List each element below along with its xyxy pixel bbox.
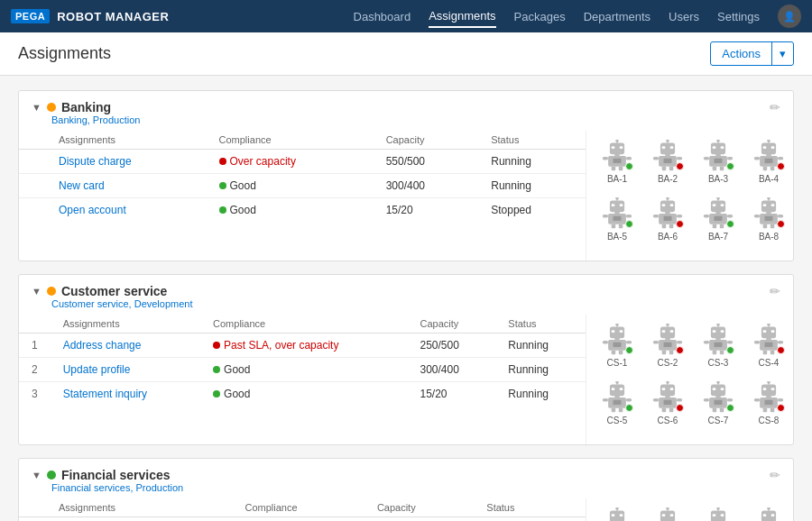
robot-icon-BA-3 — [702, 140, 734, 172]
edit-icon-financial-services[interactable]: ✏ — [770, 468, 780, 482]
nav-departments[interactable]: Departments — [584, 6, 651, 27]
page-title: Assignments — [18, 44, 111, 63]
svg-rect-196 — [620, 514, 623, 516]
collapse-icon-banking[interactable]: ▼ — [32, 102, 42, 113]
svg-rect-104 — [626, 341, 632, 344]
svg-rect-24 — [711, 143, 725, 155]
assignment-name[interactable]: Dispute charge — [46, 150, 207, 174]
robot-label: CS-6 — [658, 416, 678, 425]
svg-rect-117 — [662, 351, 667, 355]
svg-rect-31 — [704, 157, 709, 160]
svg-point-170 — [716, 381, 720, 384]
chevron-down-icon[interactable]: ▾ — [771, 42, 793, 65]
navbar: Pega ROBOT MANAGER Dashboard Assignments… — [0, 0, 812, 32]
robot-label: BA-6 — [658, 232, 678, 242]
edit-icon-customer-service[interactable]: ✏ — [770, 284, 780, 298]
compliance-cell: Good — [207, 174, 374, 198]
compliance-dot — [213, 366, 220, 373]
nav-settings[interactable]: Settings — [717, 6, 760, 27]
actions-label[interactable]: Actions — [711, 42, 771, 65]
svg-rect-165 — [662, 408, 667, 413]
assignment-name[interactable]: New card — [46, 174, 207, 198]
svg-rect-91 — [754, 215, 760, 218]
nav-users[interactable]: Users — [669, 6, 699, 27]
status-cell: Running — [495, 334, 586, 358]
row-num — [19, 174, 46, 198]
robot-icon-CS-1 — [601, 324, 633, 356]
svg-rect-6 — [614, 153, 619, 157]
section-customer-service: ▼ Customer service Customer service, Dev… — [18, 274, 794, 445]
collapse-icon-customer-service[interactable]: ▼ — [32, 286, 42, 297]
assignment-table-customer-service: Assignments Compliance Capacity Status 1… — [19, 315, 586, 406]
robot-item: FS-4 — [745, 507, 792, 521]
robot-item: BA-4 — [745, 140, 792, 194]
svg-rect-22 — [669, 167, 674, 171]
avatar[interactable]: 👤 — [778, 5, 801, 28]
robot-status-dot — [625, 404, 633, 412]
compliance-text: Over capacity — [230, 155, 296, 168]
row-num — [19, 150, 46, 174]
svg-rect-27 — [713, 146, 716, 149]
svg-point-14 — [666, 140, 669, 142]
status-cell: Running — [474, 517, 586, 522]
section-financial-services: ▼ Financial services Financial services,… — [18, 458, 794, 521]
svg-rect-111 — [662, 330, 666, 333]
svg-rect-70 — [669, 224, 674, 229]
table-area-financial-services: Assignments Compliance Capacity Status A… — [19, 498, 586, 521]
assignment-name[interactable]: Address change — [51, 334, 200, 358]
assignment-name[interactable]: Open account — [46, 198, 207, 223]
svg-rect-127 — [704, 341, 709, 344]
svg-rect-78 — [715, 211, 720, 215]
svg-rect-80 — [727, 215, 733, 218]
svg-rect-63 — [662, 204, 666, 206]
main-content: ▼ Banking Banking, Production ✏ Assignme… — [0, 76, 812, 521]
actions-button[interactable]: Actions ▾ — [710, 41, 794, 66]
robot-status-dot — [726, 220, 734, 228]
robot-item: CS-4 — [745, 324, 792, 378]
edit-icon-banking[interactable]: ✏ — [770, 100, 780, 114]
robot-status-dot — [777, 404, 785, 412]
svg-point-98 — [615, 324, 619, 326]
svg-rect-123 — [713, 330, 716, 333]
svg-rect-83 — [715, 216, 723, 221]
assignment-name[interactable]: Address change — [46, 517, 232, 522]
svg-rect-64 — [670, 204, 674, 206]
collapse-icon-financial-services[interactable]: ▼ — [32, 470, 42, 480]
sections-container: ▼ Banking Banking, Production ✏ Assignme… — [18, 90, 794, 521]
svg-rect-152 — [626, 398, 632, 402]
section-body-customer-service: Assignments Compliance Capacity Status 1… — [19, 315, 793, 444]
svg-rect-58 — [619, 224, 623, 229]
table-row: Dispute charge Over capacity 550/500 Run… — [19, 150, 586, 174]
svg-rect-40 — [771, 146, 775, 149]
nav-assignments[interactable]: Assignments — [429, 5, 495, 28]
col-status: Status — [474, 498, 586, 517]
svg-rect-30 — [715, 153, 720, 157]
robot-icon-CS-2 — [651, 324, 684, 356]
svg-rect-94 — [770, 224, 775, 229]
svg-rect-177 — [713, 408, 717, 413]
svg-rect-19 — [653, 157, 659, 160]
svg-point-134 — [767, 324, 770, 326]
svg-rect-66 — [665, 211, 669, 215]
svg-rect-160 — [670, 388, 674, 390]
robot-item: CS-7 — [695, 381, 742, 435]
svg-rect-34 — [720, 167, 724, 171]
nav-dashboard[interactable]: Dashboard — [354, 6, 411, 27]
robot-item: CS-3 — [695, 324, 742, 378]
svg-rect-81 — [713, 224, 717, 229]
svg-point-62 — [666, 197, 669, 200]
section-tags-banking: Banking, Production — [51, 114, 140, 125]
status-cell: Running — [478, 174, 586, 198]
col-assignments-label: Assignments — [51, 315, 200, 334]
svg-rect-35 — [715, 159, 723, 163]
nav-packages[interactable]: Packages — [514, 6, 566, 27]
svg-rect-93 — [763, 224, 768, 229]
svg-rect-44 — [778, 157, 783, 160]
section-header-financial-services: ▼ Financial services Financial services,… — [19, 459, 793, 498]
assignment-name[interactable]: Update profile — [51, 358, 200, 382]
svg-rect-143 — [765, 343, 773, 347]
svg-rect-67 — [653, 215, 659, 218]
assignment-name[interactable]: Statement inquiry — [51, 382, 200, 407]
compliance-text: Good — [230, 204, 256, 216]
svg-rect-151 — [603, 398, 608, 402]
